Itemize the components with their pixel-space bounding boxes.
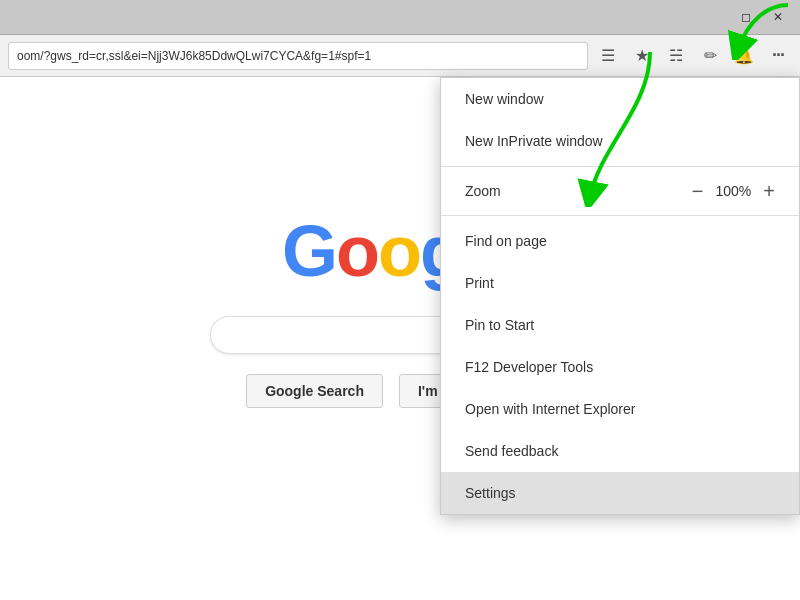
alerts-icon[interactable]: 🔔 — [730, 42, 758, 70]
separator-1 — [441, 166, 799, 167]
menu-label-send-feedback: Send feedback — [465, 443, 558, 459]
menu-label-settings: Settings — [465, 485, 516, 501]
zoom-label: Zoom — [465, 183, 501, 199]
menu-item-settings[interactable]: Settings — [441, 472, 799, 514]
hub-icon[interactable]: ☵ — [662, 42, 690, 70]
separator-2 — [441, 215, 799, 216]
close-button[interactable]: ✕ — [764, 6, 792, 28]
menu-label-pin-to-start: Pin to Start — [465, 317, 534, 333]
address-bar[interactable]: oom/?gws_rd=cr,ssl&ei=Njj3WJ6k85DdwQLwi7… — [8, 42, 588, 70]
menu-item-f12[interactable]: F12 Developer Tools — [441, 346, 799, 388]
notes-icon[interactable]: ✏ — [696, 42, 724, 70]
zoom-controls: − 100% + — [692, 181, 775, 201]
zoom-decrease-button[interactable]: − — [692, 181, 704, 201]
menu-item-new-window[interactable]: New window — [441, 78, 799, 120]
more-menu-icon[interactable]: ··· — [764, 42, 792, 70]
menu-label-print: Print — [465, 275, 494, 291]
menu-label-new-inprivate: New InPrivate window — [465, 133, 603, 149]
zoom-increase-button[interactable]: + — [763, 181, 775, 201]
menu-label-new-window: New window — [465, 91, 544, 107]
context-menu: New window New InPrivate window Zoom − 1… — [440, 77, 800, 515]
favorites-icon[interactable]: ★ — [628, 42, 656, 70]
zoom-level: 100% — [716, 183, 752, 199]
address-bar-row: oom/?gws_rd=cr,ssl&ei=Njj3WJ6k85DdwQLwi7… — [0, 35, 800, 77]
menu-item-open-ie[interactable]: Open with Internet Explorer — [441, 388, 799, 430]
menu-item-pin-to-start[interactable]: Pin to Start — [441, 304, 799, 346]
menu-item-new-inprivate[interactable]: New InPrivate window — [441, 120, 799, 162]
logo-o2: o — [378, 211, 420, 291]
google-search-button[interactable]: Google Search — [246, 374, 383, 408]
url-text: oom/?gws_rd=cr,ssl&ei=Njj3WJ6k85DdwQLwi7… — [17, 49, 371, 63]
menu-label-open-ie: Open with Internet Explorer — [465, 401, 635, 417]
restore-button[interactable]: ◻ — [732, 6, 760, 28]
zoom-row: Zoom − 100% + — [441, 171, 799, 211]
reading-list-icon[interactable]: ☰ — [594, 42, 622, 70]
toolbar-icons: ☰ ★ ☵ ✏ 🔔 ··· — [594, 42, 792, 70]
menu-item-send-feedback[interactable]: Send feedback — [441, 430, 799, 472]
menu-item-find-on-page[interactable]: Find on page — [441, 220, 799, 262]
logo-g: G — [282, 211, 336, 291]
logo-o1: o — [336, 211, 378, 291]
title-bar: ◻ ✕ — [0, 0, 800, 35]
menu-label-find-on-page: Find on page — [465, 233, 547, 249]
page-content: Google Google Search I'm Feeling Lucky N… — [0, 77, 800, 600]
menu-item-print[interactable]: Print — [441, 262, 799, 304]
menu-label-f12: F12 Developer Tools — [465, 359, 593, 375]
